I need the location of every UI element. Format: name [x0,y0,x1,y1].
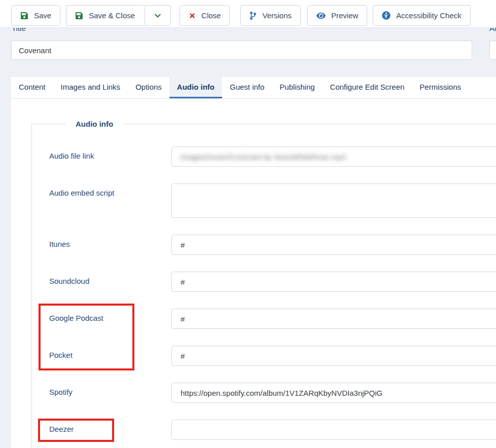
content-card: Content Images and Links Options Audio i… [11,77,496,448]
google-podcast-label: Google Podcast [49,309,171,322]
soundcloud-input[interactable]: # [171,272,496,292]
accessibility-icon [382,11,391,20]
title-value: Covenant [19,46,51,55]
tab-audio-info[interactable]: Audio info [169,77,222,98]
soundcloud-label: Soundcloud [49,272,171,285]
form-row-spotify: Spotify https://open.spotify.com/album/1… [49,383,496,403]
accessibility-check-button[interactable]: Accessibility Check [373,5,470,26]
itunes-label: Itunes [49,235,171,248]
tab-bar: Content Images and Links Options Audio i… [11,77,496,99]
itunes-value: # [181,241,185,249]
close-button-label: Close [201,11,221,20]
save-and-close-button[interactable]: Save & Close [66,5,144,26]
tab-publishing[interactable]: Publishing [272,77,322,98]
save-options-dropdown-button[interactable] [145,5,171,26]
form-row-soundcloud: Soundcloud # [49,272,496,292]
audio-file-link-value-blurred: images/music/Covenant by SeanWhiteRose.m… [181,153,346,161]
audio-embed-script-textarea[interactable] [171,183,496,218]
pocket-input[interactable]: # [171,346,496,366]
save-icon [20,12,28,20]
form-row-audio-file-link: Audio file link images/music/Covenant by… [49,146,496,167]
close-icon [189,12,196,19]
spotify-value: https://open.spotify.com/album/1V1ZARqKb… [181,389,382,397]
spotify-label: Spotify [49,383,171,396]
tab-options[interactable]: Options [128,77,169,98]
save-button[interactable]: Save [11,5,60,26]
versions-button-label: Versions [262,11,292,20]
deezer-label: Deezer [49,420,171,433]
save-close-split-button: Save & Close [66,5,171,26]
audio-file-link-label: Audio file link [49,146,171,160]
chevron-down-icon [154,12,161,19]
spotify-input[interactable]: https://open.spotify.com/album/1V1ZARqKb… [171,383,496,403]
title-input[interactable]: Covenant [11,41,472,60]
deezer-input[interactable] [171,420,496,440]
tab-guest-info[interactable]: Guest info [222,77,272,98]
pocket-value: # [181,352,185,360]
form-row-audio-embed-script: Audio embed script [49,183,496,218]
accessibility-check-button-label: Accessibility Check [396,11,461,20]
form-row-pocket: Pocket # [49,346,496,366]
preview-eye-icon [316,12,326,20]
tab-content[interactable]: Content [11,77,53,98]
google-podcast-value: # [181,315,185,323]
audio-embed-script-label: Audio embed script [49,183,171,197]
save-icon [75,12,83,20]
form-row-deezer: Deezer [49,420,496,440]
toolbar: Save Save & Close Close Versions Preview… [0,0,496,28]
tab-images-and-links[interactable]: Images and Links [53,77,128,98]
form-row-google-podcast: Google Podcast # [49,309,496,329]
tab-permissions[interactable]: Permissions [412,77,469,98]
form-row-itunes: Itunes # [49,235,496,255]
pocket-label: Pocket [49,346,171,359]
audio-file-link-input[interactable]: images/music/Covenant by SeanWhiteRose.m… [171,146,496,167]
versions-button[interactable]: Versions [240,5,301,26]
audio-info-fieldset: Audio info Audio file link images/music/… [31,120,496,448]
preview-button[interactable]: Preview [307,5,367,26]
alias-input[interactable] [489,41,496,60]
google-podcast-input[interactable]: # [171,309,496,329]
save-button-label: Save [34,11,51,20]
audio-info-legend: Audio info [65,120,123,128]
versions-branch-icon [250,12,257,20]
soundcloud-value: # [181,278,185,286]
preview-button-label: Preview [331,11,358,20]
save-and-close-button-label: Save & Close [89,11,135,20]
itunes-input[interactable]: # [171,235,496,255]
close-button[interactable]: Close [180,5,230,26]
tab-configure-edit-screen[interactable]: Configure Edit Screen [323,77,412,98]
